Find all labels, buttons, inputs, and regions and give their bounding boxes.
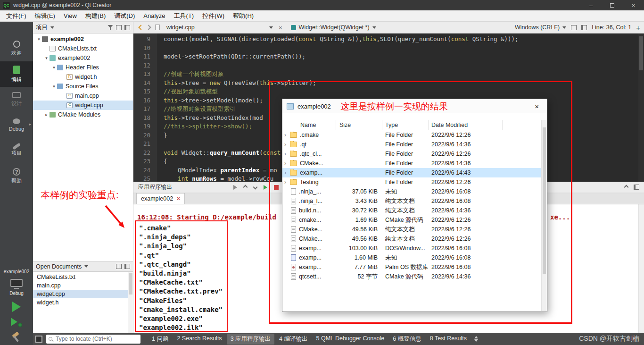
tree-expander-icon[interactable]: ▾ [43, 56, 50, 60]
file-row[interactable]: examp... 1.60 MiB 未知 2022/9/6 16:08 [282, 253, 542, 262]
column-header-size[interactable]: Size [336, 120, 382, 130]
close-panel-icon[interactable] [124, 25, 130, 30]
open-document-item[interactable]: widget.h [33, 298, 133, 307]
expand-chevron-icon[interactable] [282, 141, 290, 148]
project-tree-item[interactable]: main.cpp [33, 91, 133, 101]
mode-tab-design[interactable]: 设计 [0, 87, 33, 112]
build-button[interactable] [11, 332, 22, 343]
file-row[interactable]: .qt File Folder 2022/9/6 14:36 [282, 140, 542, 149]
file-row[interactable]: .ninja_l... 3.43 KiB 纯文本文档 2022/9/6 16:0… [282, 196, 542, 206]
project-tree-item[interactable]: ▾ example002 [33, 34, 133, 44]
open-in-window-icon[interactable] [581, 25, 587, 30]
tree-expander-icon[interactable]: ▾ [51, 84, 57, 89]
mode-tab-edit[interactable]: 编辑 [0, 61, 33, 87]
tree-expander-icon[interactable]: ▾ [51, 65, 57, 70]
menu-item[interactable]: 文件(F) [2, 10, 31, 21]
expand-chevron-icon[interactable] [282, 151, 290, 157]
project-tree-item[interactable]: ▾ Source Files [33, 82, 133, 91]
detach-panel-icon[interactable] [634, 185, 639, 190]
projects-panel-title[interactable]: 项目 [36, 24, 48, 32]
open-document-item[interactable]: CMakeLists.txt [33, 273, 133, 281]
filter-icon[interactable] [107, 25, 113, 30]
close-button[interactable]: × [623, 0, 644, 10]
back-icon[interactable] [138, 25, 143, 30]
minimize-button[interactable]: – [580, 0, 602, 10]
file-row[interactable]: examp... 103.00 KiB DOS/Window... 2022/9… [282, 244, 542, 253]
output-pane-arrows-icon[interactable] [474, 336, 478, 342]
output-scrollbar[interactable] [638, 204, 644, 333]
line-ending-dropdown[interactable]: Windows (CRLF) [515, 24, 566, 31]
menu-item[interactable]: 构建(B) [81, 10, 110, 21]
tree-expander-icon[interactable]: ▸ [43, 112, 50, 117]
close-panel-icon[interactable] [124, 264, 130, 269]
chevron-down-icon[interactable] [253, 185, 258, 190]
output-pane-button[interactable]: 1 问题 [148, 334, 172, 345]
output-pane-button[interactable]: 8 Test Results [426, 334, 471, 345]
file-row[interactable]: Testing File Folder 2022/9/6 12:26 [282, 177, 542, 187]
close-document-button[interactable]: × [276, 24, 285, 31]
file-row[interactable]: examp... File Folder 2022/9/6 14:43 [282, 168, 542, 177]
open-file-dropdown[interactable]: widget.cpp [164, 24, 276, 31]
open-document-item[interactable]: main.cpp [33, 281, 133, 290]
mode-tab-help[interactable]: ? 帮助 [0, 163, 33, 189]
project-tree-item[interactable]: ▾ example002 [33, 53, 133, 63]
menu-item[interactable]: Analyze [139, 10, 169, 21]
expand-chevron-icon[interactable] [282, 132, 290, 138]
maximize-panel-icon[interactable] [624, 185, 629, 190]
split-panel-icon[interactable] [116, 264, 122, 269]
progress-details-icon[interactable] [35, 336, 42, 343]
menu-item[interactable]: 调试(D) [110, 10, 139, 21]
split-editor-icon[interactable] [571, 25, 577, 30]
chevron-up-icon[interactable] [243, 185, 248, 190]
file-row[interactable]: CMake... 49.56 KiB 纯文本文档 2022/9/6 12:26 [282, 225, 542, 234]
split-panel-icon[interactable] [116, 25, 122, 30]
file-row[interactable]: .ninja_... 37.05 KiB 未知 2022/9/6 16:08 [282, 187, 542, 196]
file-row[interactable]: examp... 7.77 MiB Palm OS 数据库 2022/9/6 1… [282, 262, 542, 272]
app-close-button[interactable]: × [531, 102, 543, 110]
editor-scrollbar[interactable] [638, 34, 644, 182]
project-tree-item[interactable]: widget.cpp [33, 101, 133, 110]
open-documents-scrollbar[interactable] [128, 272, 133, 333]
project-tree-item[interactable]: ▸ CMake Modules [33, 110, 133, 119]
file-row[interactable]: CMake... File Folder 2022/9/6 14:36 [282, 159, 542, 168]
file-row[interactable]: qtcsett... 52 字节 CMake 源代码 2022/9/6 14:3… [282, 272, 542, 281]
kit-selector-icon[interactable] [10, 279, 23, 287]
run-output-icon[interactable] [264, 185, 267, 190]
maximize-button[interactable] [602, 0, 623, 10]
menu-item[interactable]: 工具(T) [170, 10, 198, 21]
expand-chevron-icon[interactable] [282, 169, 290, 176]
file-row[interactable]: CMake... 49.56 KiB 纯文本文档 2022/9/6 12:26 [282, 234, 542, 244]
output-pane-button[interactable]: 3 应用程序输出 [227, 334, 274, 345]
tree-expander-icon[interactable]: ▾ [36, 37, 42, 42]
locator-input[interactable] [55, 335, 130, 343]
output-pane-button[interactable]: 4 编译输出 [275, 334, 311, 345]
debug-run-button[interactable] [11, 317, 22, 327]
project-tree-item[interactable]: ▾ Header Files [33, 63, 133, 72]
menu-item[interactable]: 控件(W) [198, 10, 229, 21]
rerun-icon[interactable] [233, 185, 237, 190]
output-pane-button[interactable]: 6 概要信息 [389, 334, 425, 345]
menu-item[interactable]: View [59, 10, 81, 21]
locator[interactable] [46, 335, 140, 344]
file-row[interactable]: .cmake File Folder 2022/9/6 12:26 [282, 130, 542, 140]
open-document-item[interactable]: widget.cpp [33, 290, 133, 298]
symbol-dropdown[interactable]: Widget::Widget(QWidget *) [299, 24, 376, 31]
output-pane-button[interactable]: 2 Search Results [173, 334, 225, 345]
mode-tab-projects[interactable]: 项目 [0, 138, 33, 163]
column-header-date[interactable]: Date Modified [429, 120, 503, 130]
run-button[interactable] [12, 302, 21, 312]
close-tab-icon[interactable]: × [177, 195, 180, 202]
file-row[interactable]: cmake... 1.69 KiB CMake 源代码 2022/9/6 12:… [282, 215, 542, 225]
output-tab[interactable]: example002 × [136, 193, 185, 204]
file-row[interactable]: .qtc_cl... File Folder 2022/9/6 12:26 [282, 149, 542, 159]
expand-chevron-icon[interactable] [282, 179, 290, 185]
project-tree-item[interactable]: CMakeLists.txt [33, 44, 133, 53]
menu-item[interactable]: 编辑(E) [31, 10, 59, 21]
forward-icon[interactable] [146, 25, 151, 30]
new-split-button[interactable]: + [636, 24, 640, 32]
output-pane-button[interactable]: 5 QML Debugger Console [313, 334, 388, 345]
file-row[interactable]: build.n... 30.72 KiB 纯文本文档 2022/9/6 14:3… [282, 206, 542, 215]
expand-chevron-icon[interactable] [282, 160, 290, 167]
mode-tab-debug[interactable]: Debug ▸ [0, 112, 33, 138]
project-tree-item[interactable]: widget.h [33, 72, 133, 82]
